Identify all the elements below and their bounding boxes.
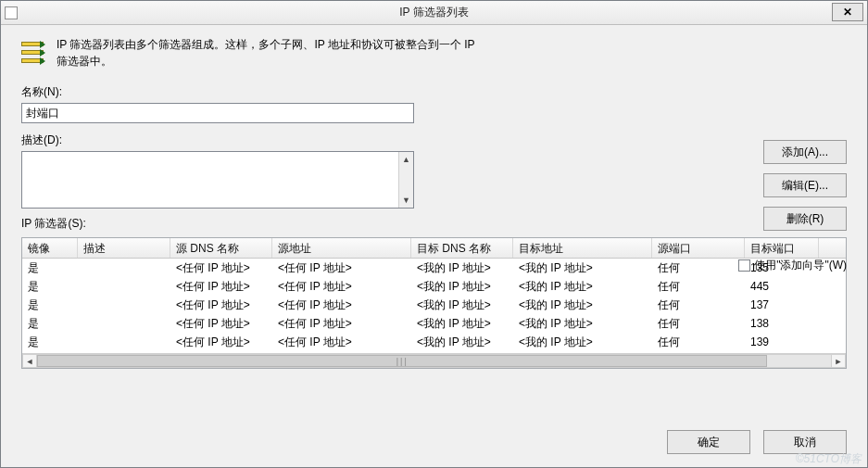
- remove-button[interactable]: 删除(R): [763, 207, 847, 231]
- use-wizard-checkbox[interactable]: [738, 259, 750, 272]
- filters-table: 镜像 描述 源 DNS 名称 源地址 目标 DNS 名称 目标地址 源端口 目标…: [21, 237, 847, 369]
- col-src-dns[interactable]: 源 DNS 名称: [170, 238, 272, 258]
- ip-filter-list-icon: [21, 40, 44, 66]
- table-cell: 是: [22, 297, 78, 314]
- intro-line-2: 筛选器中。: [57, 53, 475, 70]
- table-horizontal-scrollbar[interactable]: ◄ ||| ►: [22, 353, 846, 368]
- description-wrap: ▲ ▼: [21, 151, 847, 209]
- dialog-content: IP 筛选器列表由多个筛选器组成。这样，多个子网、IP 地址和协议可被整合到一个…: [1, 25, 867, 467]
- table-row[interactable]: 是<任何 IP 地址><任何 IP 地址><我的 IP 地址><我的 IP 地址…: [22, 333, 846, 351]
- titlebar: IP 筛选器列表 ✕: [1, 1, 867, 25]
- ok-button[interactable]: 确定: [667, 430, 750, 454]
- table-cell: <任何 IP 地址>: [170, 278, 272, 296]
- col-dst-port[interactable]: 目标端口: [745, 238, 819, 258]
- description-scrollbar[interactable]: ▲ ▼: [398, 152, 413, 208]
- table-cell: <任何 IP 地址>: [170, 315, 272, 333]
- description-label: 描述(D):: [21, 133, 847, 148]
- intro-row: IP 筛选器列表由多个筛选器组成。这样，多个子网、IP 地址和协议可被整合到一个…: [21, 36, 847, 70]
- table-cell: <任何 IP 地址>: [170, 297, 272, 314]
- watermark: ©51CTO博客: [796, 451, 862, 467]
- table-cell: 是: [22, 334, 78, 351]
- side-buttons: 添加(A)... 编辑(E)... 删除(R): [763, 140, 847, 231]
- col-src-port[interactable]: 源端口: [652, 238, 745, 258]
- table-cell: <我的 IP 地址>: [411, 315, 513, 333]
- col-mirror[interactable]: 镜像: [22, 238, 78, 258]
- table-cell: <我的 IP 地址>: [513, 297, 652, 314]
- table-cell: 任何: [652, 334, 745, 351]
- add-button[interactable]: 添加(A)...: [763, 140, 847, 164]
- table-cell: [78, 341, 170, 343]
- table-cell: 445: [745, 279, 819, 294]
- table-row[interactable]: 是<任何 IP 地址><任何 IP 地址><我的 IP 地址><我的 IP 地址…: [22, 259, 846, 277]
- table-cell: <我的 IP 地址>: [513, 334, 652, 351]
- close-button[interactable]: ✕: [832, 3, 863, 21]
- table-cell: [78, 285, 170, 287]
- table-cell: 是: [22, 315, 78, 333]
- table-cell: [78, 304, 170, 306]
- close-icon: ✕: [843, 6, 852, 19]
- col-src-addr[interactable]: 源地址: [272, 238, 411, 258]
- scroll-up-icon[interactable]: ▲: [399, 152, 413, 167]
- filters-label: IP 筛选器(S):: [21, 216, 86, 232]
- scroll-right-icon[interactable]: ►: [831, 354, 846, 368]
- table-body[interactable]: 是<任何 IP 地址><任何 IP 地址><我的 IP 地址><我的 IP 地址…: [22, 259, 846, 353]
- scroll-left-icon[interactable]: ◄: [22, 354, 37, 368]
- table-cell: 是: [22, 259, 78, 277]
- use-wizard-label: 使用"添加向导"(W): [754, 258, 847, 273]
- table-cell: <我的 IP 地址>: [411, 297, 513, 314]
- scroll-track[interactable]: |||: [37, 354, 831, 368]
- table-cell: 任何: [652, 297, 745, 314]
- intro-text: IP 筛选器列表由多个筛选器组成。这样，多个子网、IP 地址和协议可被整合到一个…: [57, 36, 475, 70]
- table-cell: <任何 IP 地址>: [272, 297, 411, 314]
- table-cell: 是: [22, 278, 78, 296]
- table-cell: 139: [745, 335, 819, 349]
- col-description[interactable]: 描述: [78, 238, 170, 258]
- table-cell: <任何 IP 地址>: [272, 278, 411, 296]
- table-cell: <任何 IP 地址>: [170, 334, 272, 351]
- col-dst-addr[interactable]: 目标地址: [513, 238, 652, 258]
- name-label: 名称(N):: [21, 84, 847, 100]
- table-cell: <我的 IP 地址>: [411, 334, 513, 351]
- table-cell: 任何: [652, 278, 745, 296]
- table-row[interactable]: 是<任何 IP 地址><任何 IP 地址><我的 IP 地址><我的 IP 地址…: [22, 277, 846, 296]
- description-input[interactable]: [22, 152, 398, 208]
- table-cell: <我的 IP 地址>: [411, 278, 513, 296]
- scroll-down-icon[interactable]: ▼: [399, 193, 413, 208]
- table-row[interactable]: 是<任何 IP 地址><任何 IP 地址><我的 IP 地址><我的 IP 地址…: [22, 314, 846, 333]
- table-cell: <任何 IP 地址>: [170, 259, 272, 277]
- table-cell: <任何 IP 地址>: [272, 259, 411, 277]
- scroll-grip-icon: |||: [396, 357, 409, 366]
- dialog-window: IP 筛选器列表 ✕ IP 筛选器列表由多个筛选器组成。这样，多个子网、IP 地…: [0, 0, 868, 468]
- table-cell: 137: [745, 297, 819, 312]
- table-cell: [78, 267, 170, 269]
- table-cell: <我的 IP 地址>: [513, 315, 652, 333]
- table-cell: <我的 IP 地址>: [513, 259, 652, 277]
- table-cell: [78, 323, 170, 324]
- intro-line-1: IP 筛选器列表由多个筛选器组成。这样，多个子网、IP 地址和协议可被整合到一个…: [57, 36, 475, 53]
- name-input[interactable]: [21, 103, 414, 123]
- table-cell: 任何: [652, 259, 745, 277]
- table-header: 镜像 描述 源 DNS 名称 源地址 目标 DNS 名称 目标地址 源端口 目标…: [22, 238, 846, 259]
- description-field-outer: ▲ ▼: [21, 151, 414, 209]
- table-cell: <任何 IP 地址>: [272, 315, 411, 333]
- window-title: IP 筛选器列表: [1, 5, 867, 20]
- col-dst-dns[interactable]: 目标 DNS 名称: [411, 238, 513, 258]
- table-cell: <我的 IP 地址>: [513, 278, 652, 296]
- table-cell: 任何: [652, 315, 745, 333]
- table-cell: <任何 IP 地址>: [272, 334, 411, 351]
- scroll-thumb[interactable]: |||: [37, 355, 767, 367]
- table-cell: 138: [745, 316, 819, 331]
- table-row[interactable]: 是<任何 IP 地址><任何 IP 地址><我的 IP 地址><我的 IP 地址…: [22, 296, 846, 314]
- use-wizard-row: 使用"添加向导"(W): [738, 258, 847, 273]
- edit-button[interactable]: 编辑(E)...: [763, 173, 847, 197]
- table-cell: <我的 IP 地址>: [411, 259, 513, 277]
